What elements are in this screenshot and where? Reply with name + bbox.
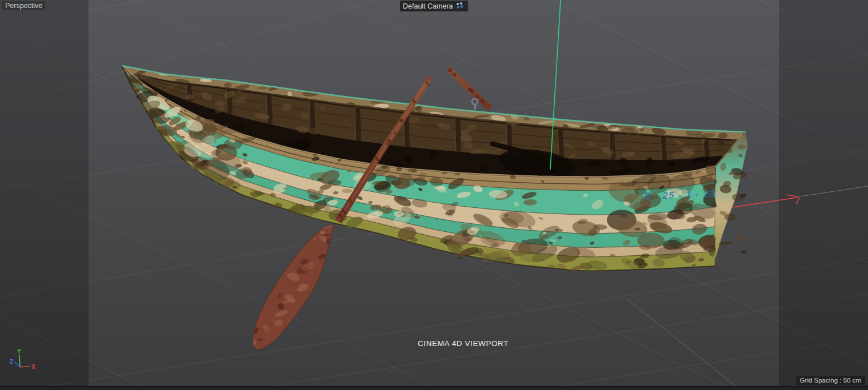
- gizmo-y-axis: [19, 355, 20, 367]
- camera-label: Default Camera: [400, 1, 468, 11]
- cinema4d-viewport-window: E - 25 - 1 - 18 Perspective Default Came…: [0, 0, 868, 390]
- camera-icon: [455, 2, 465, 10]
- grid-spacing-label: Grid Spacing : 50 cm: [796, 376, 865, 385]
- camera-label-text: Default Camera: [403, 2, 453, 10]
- view-mode-label: Perspective: [2, 1, 45, 10]
- gizmo-x-label: X: [31, 364, 35, 370]
- gizmo-z-axis: [14, 361, 20, 367]
- viewport-watermark: CINEMA 4D VIEWPORT: [418, 339, 509, 348]
- window-bottom-bar: [0, 386, 868, 390]
- gizmo-y-label: Y: [17, 348, 21, 355]
- gizmo-z-label: Z: [10, 359, 13, 365]
- axis-gizmo: Y Z X: [0, 343, 51, 388]
- viewport-3d-scene[interactable]: E - 25 - 1 - 18: [0, 0, 868, 390]
- gizmo-x-axis: [20, 366, 30, 367]
